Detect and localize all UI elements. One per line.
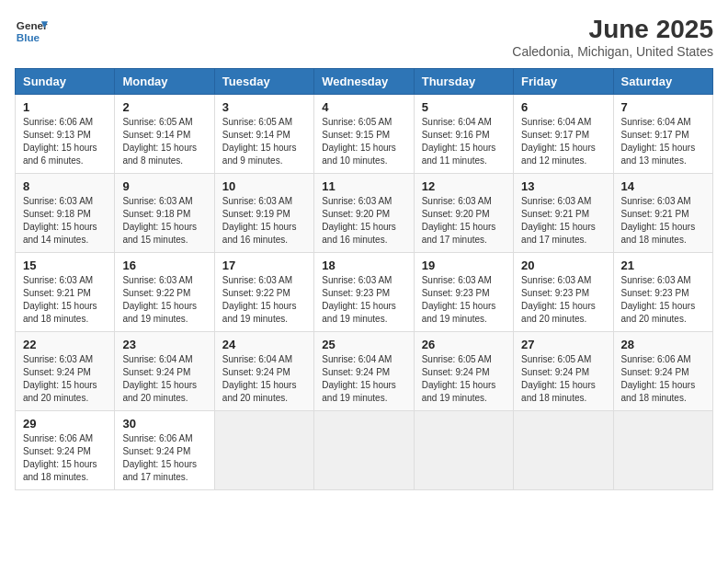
day-info: Sunrise: 6:04 AMSunset: 9:16 PMDaylight:… [422,116,506,167]
calendar-cell: 21 Sunrise: 6:03 AMSunset: 9:23 PMDaylig… [613,253,712,332]
calendar-week-row: 15 Sunrise: 6:03 AMSunset: 9:21 PMDaylig… [16,253,713,332]
day-info: Sunrise: 6:06 AMSunset: 9:24 PMDaylight:… [23,432,107,484]
day-number: 24 [222,338,306,351]
calendar-cell: 14 Sunrise: 6:03 AMSunset: 9:21 PMDaylig… [613,174,712,253]
day-number: 12 [422,179,506,193]
logo: General Blue [15,15,48,48]
calendar-cell [613,411,712,490]
day-number: 2 [122,100,206,114]
calendar-cell: 8 Sunrise: 6:03 AMSunset: 9:18 PMDayligh… [16,174,115,253]
svg-text:Blue: Blue [17,31,40,43]
calendar-cell: 15 Sunrise: 6:03 AMSunset: 9:21 PMDaylig… [16,253,115,332]
day-info: Sunrise: 6:05 AMSunset: 9:24 PMDaylight:… [521,353,605,405]
col-thursday: Thursday [414,69,513,95]
calendar-cell: 9 Sunrise: 6:03 AMSunset: 9:18 PMDayligh… [115,174,214,253]
main-title: June 2025 [512,15,713,44]
calendar-cell: 12 Sunrise: 6:03 AMSunset: 9:20 PMDaylig… [414,174,513,253]
day-info: Sunrise: 6:03 AMSunset: 9:18 PMDaylight:… [122,195,206,247]
day-info: Sunrise: 6:03 AMSunset: 9:23 PMDaylight:… [621,274,705,326]
day-number: 1 [23,100,107,114]
day-number: 4 [322,100,405,114]
calendar-cell: 6 Sunrise: 6:04 AMSunset: 9:17 PMDayligh… [514,95,613,174]
day-number: 9 [122,179,206,193]
calendar-cell: 30 Sunrise: 6:06 AMSunset: 9:24 PMDaylig… [115,411,214,490]
day-number: 5 [422,100,506,114]
logo-icon: General Blue [15,15,48,48]
day-number: 11 [322,179,405,193]
calendar-cell: 3 Sunrise: 6:05 AMSunset: 9:14 PMDayligh… [214,95,313,174]
day-info: Sunrise: 6:03 AMSunset: 9:21 PMDaylight:… [521,195,605,247]
day-number: 13 [521,179,605,193]
calendar-cell: 4 Sunrise: 6:05 AMSunset: 9:15 PMDayligh… [314,95,414,174]
day-info: Sunrise: 6:05 AMSunset: 9:14 PMDaylight:… [122,116,206,167]
day-info: Sunrise: 6:03 AMSunset: 9:19 PMDaylight:… [222,195,306,247]
calendar-week-row: 8 Sunrise: 6:03 AMSunset: 9:18 PMDayligh… [16,174,713,253]
calendar-cell: 18 Sunrise: 6:03 AMSunset: 9:23 PMDaylig… [314,253,414,332]
day-number: 21 [621,259,705,272]
day-number: 16 [122,259,206,272]
day-number: 28 [621,338,705,351]
day-number: 15 [23,259,107,272]
day-info: Sunrise: 6:04 AMSunset: 9:24 PMDaylight:… [222,353,306,405]
col-friday: Friday [514,69,613,95]
calendar-cell [214,411,313,490]
calendar-cell: 7 Sunrise: 6:04 AMSunset: 9:17 PMDayligh… [613,95,712,174]
col-sunday: Sunday [16,69,115,95]
day-number: 30 [122,417,206,431]
day-info: Sunrise: 6:06 AMSunset: 9:24 PMDaylight:… [621,353,705,405]
day-info: Sunrise: 6:05 AMSunset: 9:15 PMDaylight:… [322,116,405,167]
day-number: 18 [322,259,405,272]
day-info: Sunrise: 6:04 AMSunset: 9:24 PMDaylight:… [322,353,405,405]
day-number: 3 [222,100,306,114]
calendar-week-row: 1 Sunrise: 6:06 AMSunset: 9:13 PMDayligh… [16,95,713,174]
calendar-cell [314,411,414,490]
day-number: 25 [322,338,405,351]
day-info: Sunrise: 6:03 AMSunset: 9:23 PMDaylight:… [322,274,405,326]
day-info: Sunrise: 6:06 AMSunset: 9:13 PMDaylight:… [23,116,107,167]
day-info: Sunrise: 6:03 AMSunset: 9:22 PMDaylight:… [222,274,306,326]
day-number: 22 [23,338,107,351]
col-saturday: Saturday [613,69,712,95]
day-info: Sunrise: 6:04 AMSunset: 9:17 PMDaylight:… [521,116,605,167]
calendar-cell: 27 Sunrise: 6:05 AMSunset: 9:24 PMDaylig… [514,332,613,411]
day-number: 27 [521,338,605,351]
title-block: June 2025 Caledonia, Michigan, United St… [512,15,713,59]
day-info: Sunrise: 6:03 AMSunset: 9:20 PMDaylight:… [322,195,405,247]
col-wednesday: Wednesday [314,69,414,95]
page-header: General Blue June 2025 Caledonia, Michig… [15,15,713,59]
calendar-cell [414,411,513,490]
calendar-cell: 16 Sunrise: 6:03 AMSunset: 9:22 PMDaylig… [115,253,214,332]
day-number: 23 [122,338,206,351]
day-number: 10 [222,179,306,193]
calendar-table: Sunday Monday Tuesday Wednesday Thursday… [15,68,713,490]
calendar-cell: 24 Sunrise: 6:04 AMSunset: 9:24 PMDaylig… [214,332,313,411]
calendar-cell: 19 Sunrise: 6:03 AMSunset: 9:23 PMDaylig… [414,253,513,332]
calendar-cell: 1 Sunrise: 6:06 AMSunset: 9:13 PMDayligh… [16,95,115,174]
calendar-week-row: 29 Sunrise: 6:06 AMSunset: 9:24 PMDaylig… [16,411,713,490]
day-number: 14 [621,179,705,193]
day-info: Sunrise: 6:04 AMSunset: 9:24 PMDaylight:… [122,353,206,405]
day-info: Sunrise: 6:04 AMSunset: 9:17 PMDaylight:… [621,116,705,167]
day-info: Sunrise: 6:03 AMSunset: 9:21 PMDaylight:… [23,274,107,326]
calendar-cell: 17 Sunrise: 6:03 AMSunset: 9:22 PMDaylig… [214,253,313,332]
day-number: 17 [222,259,306,272]
calendar-cell: 23 Sunrise: 6:04 AMSunset: 9:24 PMDaylig… [115,332,214,411]
calendar-cell: 11 Sunrise: 6:03 AMSunset: 9:20 PMDaylig… [314,174,414,253]
calendar-cell: 10 Sunrise: 6:03 AMSunset: 9:19 PMDaylig… [214,174,313,253]
day-number: 26 [422,338,506,351]
calendar-header-row: Sunday Monday Tuesday Wednesday Thursday… [16,69,713,95]
day-info: Sunrise: 6:05 AMSunset: 9:14 PMDaylight:… [222,116,306,167]
day-info: Sunrise: 6:03 AMSunset: 9:22 PMDaylight:… [122,274,206,326]
day-info: Sunrise: 6:03 AMSunset: 9:24 PMDaylight:… [23,353,107,405]
calendar-cell: 5 Sunrise: 6:04 AMSunset: 9:16 PMDayligh… [414,95,513,174]
calendar-cell: 22 Sunrise: 6:03 AMSunset: 9:24 PMDaylig… [16,332,115,411]
calendar-cell: 20 Sunrise: 6:03 AMSunset: 9:23 PMDaylig… [514,253,613,332]
calendar-cell: 13 Sunrise: 6:03 AMSunset: 9:21 PMDaylig… [514,174,613,253]
day-number: 29 [23,417,107,431]
col-monday: Monday [115,69,214,95]
day-info: Sunrise: 6:06 AMSunset: 9:24 PMDaylight:… [122,432,206,484]
day-info: Sunrise: 6:03 AMSunset: 9:18 PMDaylight:… [23,195,107,247]
day-number: 7 [621,100,705,114]
day-info: Sunrise: 6:03 AMSunset: 9:23 PMDaylight:… [521,274,605,326]
calendar-cell: 2 Sunrise: 6:05 AMSunset: 9:14 PMDayligh… [115,95,214,174]
